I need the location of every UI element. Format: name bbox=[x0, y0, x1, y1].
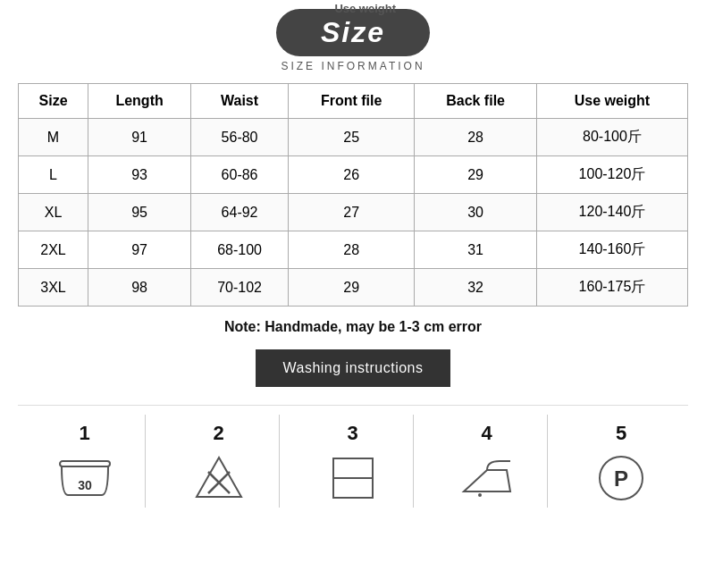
cell-front: 27 bbox=[289, 194, 415, 231]
cell-size: 2XL bbox=[19, 231, 88, 269]
icon-col-2: 2 bbox=[159, 415, 280, 508]
cell-size: XL bbox=[19, 194, 88, 231]
svg-text:P: P bbox=[614, 466, 628, 491]
col-length: Length bbox=[88, 84, 191, 119]
cell-weight: 140-160斤 bbox=[536, 231, 687, 269]
cell-back: 31 bbox=[415, 231, 537, 269]
svg-point-8 bbox=[478, 493, 482, 497]
washing-instructions-button[interactable]: Washing instructions bbox=[256, 349, 450, 387]
cell-weight: 100-120斤 bbox=[536, 156, 687, 194]
cell-waist: 70-102 bbox=[191, 269, 289, 307]
washing-section: Washing instructions bbox=[18, 349, 688, 387]
table-row: 2XL 97 68-100 28 31 140-160斤 bbox=[19, 231, 688, 269]
cell-waist: 60-86 bbox=[191, 156, 289, 194]
dry-clean-p-icon: P bbox=[594, 456, 648, 500]
size-badge: Size bbox=[276, 9, 430, 56]
icon-col-1: 1 30 bbox=[25, 415, 146, 508]
cell-length: 95 bbox=[88, 194, 191, 231]
table-row: L 93 60-86 26 29 100-120斤 bbox=[19, 156, 688, 194]
icon-col-5: 5 P bbox=[561, 415, 682, 508]
cell-weight: 160-175斤 bbox=[536, 269, 687, 307]
col-waist: Waist bbox=[191, 84, 289, 119]
icon-number-5: 5 bbox=[616, 422, 626, 445]
icon-number-4: 4 bbox=[481, 422, 492, 445]
icon-number-1: 1 bbox=[79, 422, 89, 445]
tumble-dry-icon bbox=[326, 456, 380, 500]
svg-marker-7 bbox=[464, 470, 510, 491]
size-subtitle: SIZE INFORMATION bbox=[281, 60, 424, 72]
cell-waist: 56-80 bbox=[191, 119, 289, 156]
cell-front: 29 bbox=[289, 269, 415, 307]
washing-icons-row: 1 30 2 bbox=[18, 405, 688, 508]
cell-back: 29 bbox=[415, 156, 537, 194]
icon-number-3: 3 bbox=[347, 422, 357, 445]
cell-weight: 120-140斤 bbox=[536, 194, 687, 231]
col-use-weight: Use weight bbox=[536, 84, 687, 119]
col-size: Size bbox=[19, 84, 88, 119]
table-row: M 91 56-80 25 28 80-100斤 bbox=[19, 119, 688, 156]
cell-length: 93 bbox=[88, 156, 191, 194]
cell-size: L bbox=[19, 156, 88, 194]
icon-col-3: 3 bbox=[293, 415, 414, 508]
table-row: 3XL 98 70-102 29 32 160-175斤 bbox=[19, 269, 688, 307]
icon-number-2: 2 bbox=[213, 422, 223, 445]
title-section: Size SIZE INFORMATION bbox=[18, 9, 688, 72]
cell-front: 26 bbox=[289, 156, 415, 194]
cell-front: 28 bbox=[289, 231, 415, 269]
icon-col-4: 4 bbox=[427, 415, 548, 508]
table-row: XL 95 64-92 27 30 120-140斤 bbox=[19, 194, 688, 231]
cell-waist: 64-92 bbox=[191, 194, 289, 231]
cell-back: 28 bbox=[415, 119, 537, 156]
size-table: Size Length Waist Front file Back file U… bbox=[18, 83, 688, 307]
svg-marker-2 bbox=[197, 458, 241, 497]
cell-weight: 80-100斤 bbox=[536, 119, 687, 156]
cell-back: 30 bbox=[415, 194, 537, 231]
wash-30-icon: 30 bbox=[58, 456, 112, 500]
svg-text:30: 30 bbox=[78, 478, 92, 492]
cell-size: 3XL bbox=[19, 269, 88, 307]
col-front-file: Front file bbox=[289, 84, 415, 119]
table-header-row: Size Length Waist Front file Back file U… bbox=[19, 84, 688, 119]
cell-length: 91 bbox=[88, 119, 191, 156]
no-bleach-icon bbox=[192, 456, 246, 500]
col-back-file: Back file Use weight bbox=[415, 84, 537, 119]
cell-back: 32 bbox=[415, 269, 537, 307]
page-wrapper: Size SIZE INFORMATION Size Length Waist … bbox=[0, 0, 706, 525]
handmade-note: Note: Handmade, may be 1-3 cm error bbox=[18, 319, 688, 335]
cell-front: 25 bbox=[289, 119, 415, 156]
cell-size: M bbox=[19, 119, 88, 156]
cell-length: 98 bbox=[88, 269, 191, 307]
cell-waist: 68-100 bbox=[191, 231, 289, 269]
iron-icon bbox=[460, 456, 514, 500]
cell-length: 97 bbox=[88, 231, 191, 269]
svg-rect-0 bbox=[60, 461, 110, 466]
